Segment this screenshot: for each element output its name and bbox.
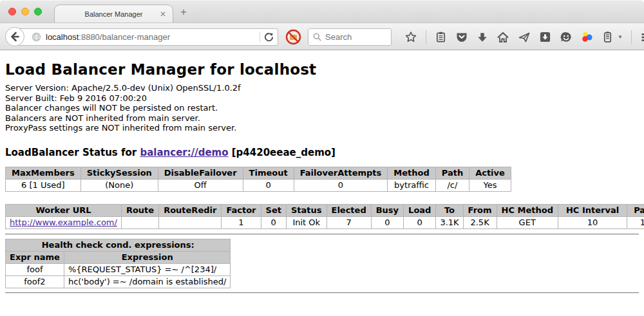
video-download-icon bbox=[539, 31, 551, 43]
column-header: Set bbox=[261, 204, 286, 216]
hamburger-menu-icon bbox=[640, 31, 644, 44]
column-header: Method bbox=[388, 167, 435, 179]
divider bbox=[5, 292, 639, 293]
table-cell: 1 bbox=[222, 216, 261, 228]
globe-icon bbox=[32, 32, 41, 42]
table-cell: 3.1K bbox=[436, 216, 463, 228]
close-window-button[interactable] bbox=[8, 8, 16, 15]
download-icon bbox=[477, 32, 488, 43]
table-cell: http://www.example.com/ bbox=[6, 216, 122, 228]
chat-smiley-button[interactable] bbox=[560, 31, 573, 44]
reload-button[interactable] bbox=[264, 32, 274, 42]
column-header: Factor bbox=[222, 204, 261, 216]
table-row: foof2hc('body') =~ /domain is establishe… bbox=[6, 275, 231, 288]
url-path: :8880/balancer-manager bbox=[79, 32, 170, 42]
toolbar-buttons: ▼ bbox=[404, 23, 644, 51]
browser-chrome: Balancer Manager ✕ + localhost:8880/bala… bbox=[0, 0, 644, 50]
search-bar[interactable] bbox=[308, 28, 392, 46]
balancers-notice-line: Balancers are NOT inherited from main se… bbox=[5, 113, 644, 124]
health-check-expressions-table: Health check cond. expressions:Expr name… bbox=[5, 239, 231, 288]
table-cell: 0 bbox=[371, 216, 403, 228]
minimize-window-button[interactable] bbox=[21, 8, 29, 15]
url-bar[interactable]: localhost:8880/balancer-manager bbox=[15, 28, 278, 46]
column-header: HC Interval bbox=[558, 204, 627, 216]
clipboard-button[interactable] bbox=[435, 31, 447, 43]
column-header: Passes bbox=[627, 204, 644, 216]
send-button[interactable] bbox=[518, 31, 531, 44]
hamburger-menu-button[interactable] bbox=[640, 31, 644, 44]
heading-suffix: [p4420eeae_demo] bbox=[229, 147, 336, 158]
column-header: Load bbox=[404, 204, 436, 216]
column-header: Expr name bbox=[6, 251, 64, 263]
back-button[interactable] bbox=[5, 27, 24, 46]
server-built-line: Server Built: Feb 9 2016 07:00:20 bbox=[5, 93, 644, 104]
page-title: Load Balancer Manager for localhost bbox=[5, 61, 644, 78]
divider bbox=[260, 32, 260, 42]
table-cell bbox=[159, 216, 222, 228]
plugin-blocked-button[interactable] bbox=[285, 29, 301, 48]
column-header: Route bbox=[121, 204, 158, 216]
zoom-window-button[interactable] bbox=[34, 8, 42, 15]
column-header: RouteRedir bbox=[159, 204, 222, 216]
table-cell: 1 (0) bbox=[627, 216, 644, 228]
bookmark-star-button[interactable] bbox=[404, 31, 417, 44]
column-header: HC Method bbox=[497, 204, 558, 216]
tab-close-icon[interactable]: ✕ bbox=[160, 10, 166, 19]
home-button[interactable] bbox=[497, 31, 509, 44]
column-header: FailoverAttempts bbox=[294, 167, 388, 179]
worker-status-table: Worker URLRouteRouteRedirFactorSetStatus… bbox=[5, 204, 644, 229]
tab-title: Balancer Manager bbox=[85, 10, 143, 18]
proxypass-notice-line: ProxyPass settings are NOT inherited fro… bbox=[5, 123, 644, 133]
pocket-button[interactable] bbox=[455, 31, 468, 44]
table-cell: 0 bbox=[404, 216, 436, 228]
divider bbox=[426, 30, 426, 44]
table-row: foof%{REQUEST_STATUS} =~ /^[234]/ bbox=[6, 263, 231, 275]
column-header: Path bbox=[435, 167, 469, 179]
send-icon bbox=[518, 31, 531, 44]
table-cell: 2.5K bbox=[463, 216, 497, 228]
table-cell: /c/ bbox=[435, 179, 469, 191]
back-icon bbox=[10, 32, 20, 42]
search-input[interactable] bbox=[325, 32, 383, 42]
server-version-line: Server Version: Apache/2.5.0-dev (Unix) … bbox=[5, 83, 644, 93]
table-cell bbox=[121, 216, 158, 228]
column-header: Worker URL bbox=[6, 204, 122, 216]
table-cell: 7 bbox=[327, 216, 371, 228]
new-tab-button[interactable]: + bbox=[180, 6, 187, 19]
balancer-demo-link[interactable]: balancer://demo bbox=[140, 147, 228, 158]
column-header: Elected bbox=[327, 204, 371, 216]
clipboard-icon bbox=[435, 31, 447, 43]
search-icon bbox=[313, 33, 321, 41]
pocket-icon bbox=[455, 31, 468, 44]
column-header: Status bbox=[286, 204, 327, 216]
dropdown-caret-icon[interactable]: ▼ bbox=[618, 34, 623, 40]
table-row: http://www.example.com/10Init Ok7003.1K2… bbox=[6, 216, 644, 228]
plugin-blocked-icon bbox=[285, 29, 301, 45]
battery-icon bbox=[602, 31, 613, 43]
worker-url-link[interactable]: http://www.example.com/ bbox=[10, 218, 117, 227]
heading-prefix: LoadBalancer Status for bbox=[5, 147, 140, 158]
column-header: To bbox=[436, 204, 463, 216]
table-cell: foof bbox=[6, 263, 64, 275]
column-header: MaxMembers bbox=[6, 167, 81, 179]
table-cell: %{REQUEST_STATUS} =~ /^[234]/ bbox=[64, 263, 231, 275]
table-cell: (None) bbox=[80, 179, 158, 191]
table-cell: GET bbox=[497, 216, 558, 228]
column-header: Active bbox=[469, 167, 511, 179]
title-bar: Balancer Manager ✕ + bbox=[0, 0, 644, 23]
table-cell: 0 bbox=[261, 216, 286, 228]
browser-tab[interactable]: Balancer Manager ✕ bbox=[54, 5, 173, 23]
downloads-button[interactable] bbox=[477, 32, 488, 43]
column-header: StickySession bbox=[80, 167, 158, 179]
url-domain: localhost bbox=[46, 32, 79, 42]
video-download-button[interactable] bbox=[539, 31, 551, 43]
battery-button[interactable] bbox=[602, 31, 613, 43]
table-row: 6 [1 Used](None)Off00bytraffic/c/Yes bbox=[6, 179, 511, 191]
column-header: Expression bbox=[64, 251, 231, 263]
column-header: Busy bbox=[371, 204, 403, 216]
table-cell: 0 bbox=[243, 179, 294, 191]
balancer-settings-table: MaxMembersStickySessionDisableFailoverTi… bbox=[5, 167, 511, 192]
table-cell: Yes bbox=[469, 179, 511, 191]
colored-dots-button[interactable] bbox=[581, 31, 594, 44]
column-header: From bbox=[463, 204, 497, 216]
